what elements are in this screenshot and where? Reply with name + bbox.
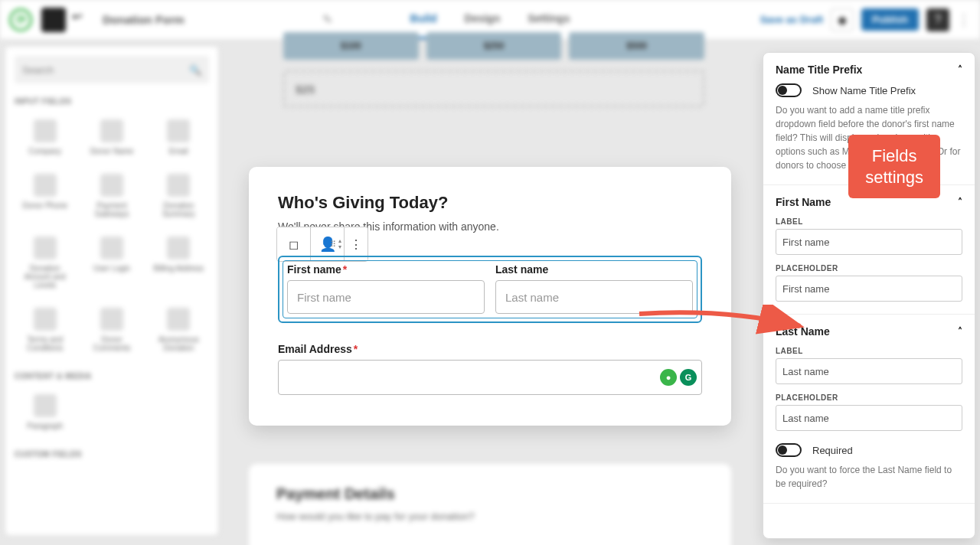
donor-info-card: Who's Giving Today? We'll never share th… (249, 167, 731, 426)
field-donor-comments[interactable]: Donor Comments (81, 302, 142, 358)
search-input[interactable]: Search 🔍 (15, 56, 209, 83)
section-custom-fields: CUSTOM FIELDS (15, 450, 209, 459)
publish-button[interactable]: Publish (861, 8, 919, 31)
input-badges: ● G (660, 369, 697, 386)
field-donation-summary[interactable]: Donation Summary (149, 168, 209, 224)
email-label: Email Address* (278, 343, 702, 355)
first-name-label: First name* (287, 263, 485, 276)
prefix-header[interactable]: Name Title Prefix ˄ (776, 64, 962, 76)
field-paragraph[interactable]: Paragraph (15, 388, 75, 436)
annotation-callout: Fields settings (848, 135, 940, 198)
amount-option-1[interactable]: $100 (283, 32, 419, 60)
chevron-up-icon: ˄ (958, 64, 962, 75)
tab-settings[interactable]: Settings (528, 0, 570, 39)
first-name-input[interactable]: First name (287, 280, 485, 314)
first-name-placeholder-caption: PLACEHOLDER (776, 264, 962, 272)
tab-build[interactable]: Build (410, 0, 437, 39)
preview-icon[interactable]: ◉ (831, 8, 854, 31)
payment-title: Payment Details (276, 485, 704, 503)
field-anonymous[interactable]: Anonymous Donation (149, 302, 209, 358)
chevron-up-icon: ˄ (958, 197, 962, 207)
annotation-arrow (635, 305, 812, 343)
first-name-field: First name* First name (287, 263, 485, 314)
tab-design[interactable]: Design (465, 0, 501, 39)
required-description: Do you want to force the Last Name field… (776, 463, 962, 491)
field-donation-amount[interactable]: Donation Amount and Levels (15, 230, 75, 295)
save-draft-link[interactable]: Save as Draft (760, 14, 823, 25)
first-name-section: First Name ˄ LABEL PLACEHOLDER (763, 185, 975, 315)
field-company[interactable]: Company (15, 113, 75, 162)
prefix-toggle-label: Show Name Title Prefix (812, 85, 916, 96)
last-name-section: Last Name ˄ LABEL PLACEHOLDER Required D… (763, 315, 975, 504)
prefix-toggle[interactable] (776, 83, 802, 97)
chevron-up-icon: ˄ (958, 326, 962, 337)
fields-sidebar: Search 🔍 INPUT FIELDS Company Donor Name… (5, 46, 219, 536)
search-placeholder: Search (22, 64, 54, 76)
form-name[interactable]: Donation Form (103, 13, 185, 26)
amount-option-2[interactable]: $250 (426, 32, 562, 60)
field-payment-gateways[interactable]: Payment Gateways (81, 168, 142, 224)
required-toggle[interactable] (776, 443, 802, 457)
last-name-placeholder-input[interactable] (776, 405, 962, 431)
section-content-media: CONTENT & MEDIA (15, 372, 209, 380)
help-icon[interactable]: ? (926, 8, 949, 31)
email-field: Email Address* ● G (278, 343, 702, 395)
last-name-label-caption: LABEL (776, 347, 962, 355)
field-email[interactable]: Email (149, 113, 209, 162)
logo-icon: ⟳ (9, 8, 32, 31)
email-input[interactable]: ● G (278, 360, 702, 395)
last-name-label: Last name (495, 263, 693, 276)
amount-option-3[interactable]: $500 (569, 32, 704, 60)
field-billing-address[interactable]: Billing Address (149, 230, 209, 295)
payment-card: Payment Details How would you like to pa… (249, 464, 731, 545)
field-user-login[interactable]: User Login (81, 230, 142, 295)
back-icon[interactable] (41, 8, 66, 32)
edit-icon[interactable]: ✎ (322, 12, 332, 27)
first-name-placeholder-input[interactable] (776, 276, 962, 302)
field-settings-panel: Name Title Prefix ˄ Show Name Title Pref… (763, 52, 975, 539)
first-name-label-caption: LABEL (776, 217, 962, 226)
grammarly-g-icon: G (680, 369, 697, 386)
grammarly-icon: ● (660, 369, 677, 386)
payment-subtitle: How would you like to pay for your donat… (276, 511, 704, 522)
section-input-fields: INPUT FIELDS (15, 97, 209, 106)
more-icon[interactable]: ⋮ (957, 11, 971, 28)
required-toggle-label: Required (812, 445, 853, 456)
card-title: Who's Giving Today? (278, 193, 702, 213)
field-donor-phone[interactable]: Donor Phone (15, 168, 75, 224)
custom-amount-input[interactable]: $25 (283, 70, 704, 107)
undo-icon[interactable]: ↩ (72, 9, 93, 31)
first-name-label-input[interactable] (776, 229, 962, 255)
field-terms[interactable]: Terms and Conditions (15, 302, 75, 358)
last-name-label-input[interactable] (776, 358, 962, 384)
search-icon: 🔍 (189, 64, 201, 76)
field-donor-name[interactable]: Donor Name (81, 113, 142, 162)
builder-tabs: Build Design Settings (410, 0, 570, 39)
top-bar: ⟳ ↩ Donation Form ✎ Build Design Setting… (0, 0, 980, 40)
last-name-placeholder-caption: PLACEHOLDER (776, 393, 962, 402)
